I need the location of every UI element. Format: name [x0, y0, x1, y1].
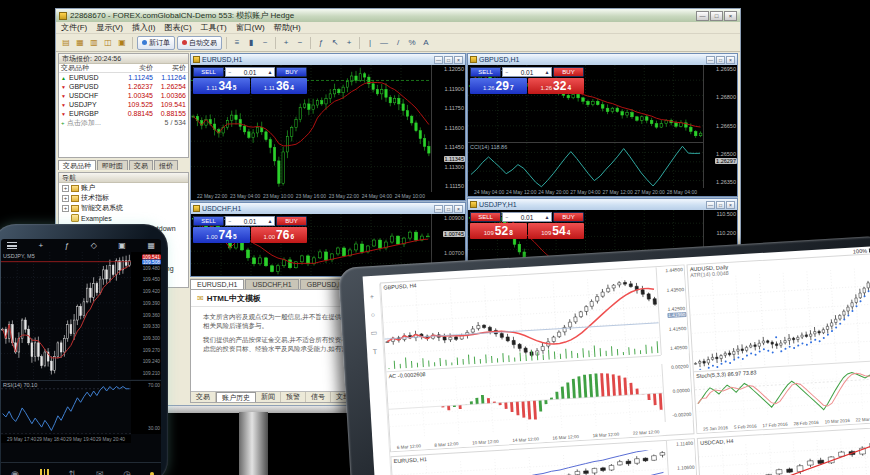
ask-price[interactable]: 109544 — [528, 223, 585, 239]
menu-help[interactable]: 帮助(H) — [274, 22, 301, 33]
usdjpy-m5-chart-canvas[interactable] — [1, 252, 131, 379]
market-watch-icon[interactable]: ▥ — [87, 36, 101, 50]
eurusd-h1-canvas[interactable] — [392, 449, 669, 475]
symbol-row-gbpusd[interactable]: ▼GBPUSD1.262371.26254 — [59, 82, 188, 91]
lot-stepper[interactable]: −0.01▲ — [502, 67, 552, 77]
ask-price[interactable]: 1.00766 — [251, 227, 308, 243]
col-symbol[interactable]: 交易品种 — [61, 63, 120, 73]
mail-icon[interactable]: ✉ — [96, 469, 104, 475]
lot-increase-icon[interactable]: ▲ — [266, 69, 274, 75]
ask-price[interactable]: 1.26324 — [528, 78, 585, 94]
maximize-icon[interactable]: □ — [444, 205, 453, 213]
minimize-icon[interactable]: — — [706, 201, 715, 209]
lot-size[interactable]: 0.01 — [511, 69, 543, 76]
chart-titlebar[interactable]: GBPUSD,H1 —□× — [468, 54, 737, 65]
add-symbol-row[interactable]: +点击添加...5 / 534 — [59, 118, 188, 127]
expand-icon[interactable]: + — [62, 195, 69, 202]
bar-chart-icon[interactable]: ≡ — [230, 36, 244, 50]
chart-tab-usdchf[interactable]: USDCHF,H1 — [245, 279, 298, 289]
sell-button[interactable]: SELL — [193, 216, 224, 226]
maximize-icon[interactable]: □ — [710, 11, 723, 21]
tab-alerts[interactable]: 预警 — [281, 392, 306, 402]
profiles-icon[interactable]: ▦ — [73, 36, 87, 50]
sell-button[interactable]: SELL — [470, 212, 501, 222]
lot-stepper[interactable]: −0.01▲ — [225, 67, 275, 77]
tree-item-indicators[interactable]: +技术指标 — [59, 193, 188, 203]
lot-decrease-icon[interactable]: − — [503, 69, 511, 75]
buy-button[interactable]: BUY — [553, 212, 584, 222]
tree-item-experts[interactable]: +智能交易系统 — [59, 203, 188, 213]
history-icon[interactable]: ◷ — [123, 469, 131, 475]
objects-icon[interactable]: ◇ — [91, 241, 97, 250]
zoom-out-icon[interactable]: − — [293, 36, 307, 50]
fibonacci-icon[interactable]: % — [405, 36, 419, 50]
close-icon[interactable]: × — [454, 56, 463, 64]
maximize-icon[interactable]: □ — [444, 56, 453, 64]
tab-signals[interactable]: 信号 — [306, 392, 331, 402]
close-icon[interactable]: × — [724, 11, 737, 21]
autotrading-button[interactable]: 自动交易 — [177, 36, 222, 50]
menu-tools[interactable]: 工具(T) — [201, 22, 227, 33]
expand-icon[interactable]: + — [62, 205, 69, 212]
close-icon[interactable]: × — [454, 205, 463, 213]
candlestick-icon[interactable]: ▮ — [244, 36, 258, 50]
cursor-icon[interactable]: ↖ — [328, 36, 342, 50]
lot-stepper[interactable]: −0.01▲ — [502, 212, 552, 222]
buy-button[interactable]: BUY — [276, 67, 307, 77]
maximize-icon[interactable]: □ — [716, 56, 725, 64]
ac-indicator-canvas[interactable] — [387, 364, 665, 438]
charts-icon-active[interactable] — [39, 469, 49, 475]
navigator-icon[interactable]: ◫ — [101, 36, 115, 50]
lot-increase-icon[interactable]: ▲ — [266, 218, 274, 224]
tab-trade[interactable]: 交易 — [191, 392, 216, 402]
lot-size[interactable]: 0.01 — [234, 218, 266, 225]
symbol-row-usdchf[interactable]: ▼USDCHF1.003451.00366 — [59, 91, 188, 100]
trendline-icon[interactable]: / — [391, 36, 405, 50]
crosshair-icon[interactable]: + — [39, 241, 44, 250]
menu-icon[interactable] — [7, 242, 17, 249]
trade-icon[interactable]: ⇅ — [69, 469, 77, 475]
tab-account-history[interactable]: 账户历史 — [216, 392, 256, 402]
menu-charts[interactable]: 图表(C) — [164, 22, 191, 33]
menu-insert[interactable]: 插入(I) — [132, 22, 156, 33]
symbol-row-eurusd[interactable]: ▲EURUSD1.112451.11264 — [59, 73, 188, 82]
tree-item-accounts[interactable]: +账户 — [59, 183, 188, 193]
ask-price[interactable]: 1.11364 — [251, 78, 308, 94]
tab-news[interactable]: 新闻 — [256, 392, 281, 402]
new-chart-icon[interactable]: ▤ — [59, 36, 73, 50]
expand-icon[interactable]: + — [62, 185, 69, 192]
menu-window[interactable]: 窗口(W) — [236, 22, 265, 33]
windows-icon[interactable]: ▣ — [118, 241, 126, 250]
new-chart-icon[interactable]: ▦ — [147, 241, 155, 250]
lot-stepper[interactable]: −0.01▲ — [225, 216, 275, 226]
buy-button[interactable]: BUY — [276, 216, 307, 226]
sell-button[interactable]: SELL — [470, 67, 501, 77]
chart-titlebar[interactable]: USDCHF,H1 —□× — [191, 203, 465, 214]
col-ask[interactable]: 买价 — [153, 63, 186, 73]
sell-button[interactable]: SELL — [193, 67, 224, 77]
close-icon[interactable]: × — [726, 56, 735, 64]
minimize-icon[interactable]: — — [706, 56, 715, 64]
col-bid[interactable]: 卖价 — [120, 63, 153, 73]
text-icon[interactable]: T — [373, 348, 378, 355]
lot-increase-icon[interactable]: ▲ — [543, 69, 551, 75]
minimize-icon[interactable]: — — [696, 11, 709, 21]
bid-price[interactable]: 109528 — [470, 223, 527, 239]
quotes-icon[interactable]: ◉ — [11, 469, 19, 475]
tab-trading[interactable]: 交易 — [129, 160, 153, 170]
new-order-button[interactable]: 新订单 — [137, 36, 175, 50]
menu-file[interactable]: 文件(F) — [61, 22, 87, 33]
lot-decrease-icon[interactable]: − — [226, 218, 234, 224]
lot-size[interactable]: 0.01 — [511, 214, 543, 221]
tab-symbols[interactable]: 交易品种 — [58, 160, 96, 170]
lot-increase-icon[interactable]: ▲ — [543, 214, 551, 220]
lot-decrease-icon[interactable]: − — [226, 69, 234, 75]
line-chart-icon[interactable]: ~ — [258, 36, 272, 50]
crosshair-icon[interactable]: + — [342, 36, 356, 50]
menu-view[interactable]: 显示(V) — [96, 22, 123, 33]
horizontal-line-icon[interactable]: — — [377, 36, 391, 50]
cci-indicator-canvas[interactable] — [468, 143, 703, 190]
rsi-canvas[interactable] — [1, 383, 131, 434]
terminal-icon[interactable]: ▣ — [115, 36, 129, 50]
title-bar[interactable]: 22868670 - FOREX.comGlobalCN-Demo 553: 模… — [56, 9, 740, 22]
